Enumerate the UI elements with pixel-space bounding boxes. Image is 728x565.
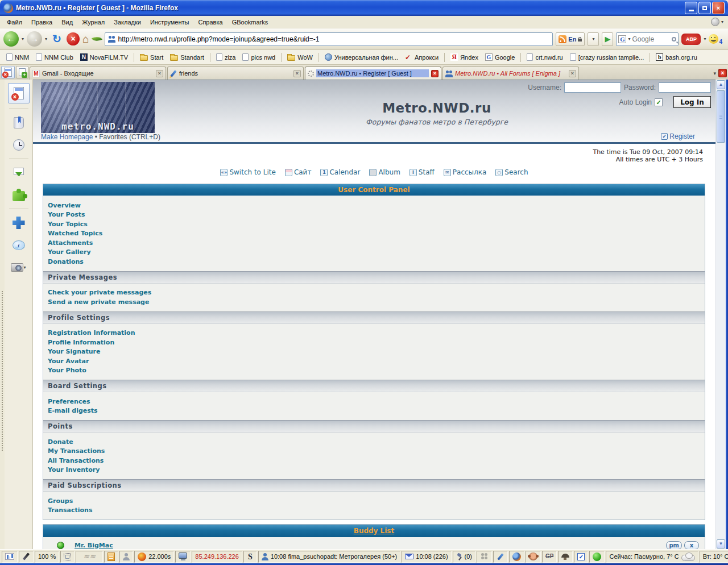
tab[interactable]: Gmail - Входящие× <box>30 67 166 80</box>
signature-icon[interactable] <box>76 551 103 563</box>
buddy-name[interactable]: Mr. BigMac <box>75 542 113 549</box>
ucp-link[interactable]: Profile Information <box>48 339 114 346</box>
bookmark-item[interactable]: Универсальная фин... <box>322 52 401 62</box>
greasemonkey-icon[interactable] <box>526 551 541 563</box>
scroll-down-icon[interactable]: ▼ <box>717 539 725 549</box>
resize-icon[interactable] <box>60 551 75 563</box>
home-button[interactable]: ⌂ <box>82 32 89 46</box>
username-field[interactable] <box>564 82 621 93</box>
bookmark-item[interactable]: bash.org.ru <box>653 52 700 62</box>
page-info-icon[interactable] <box>2 551 18 563</box>
zoom-level[interactable]: 100 % <box>35 551 59 563</box>
tab-close-icon[interactable]: × <box>293 70 301 77</box>
tab-close-icon[interactable]: × <box>156 70 163 77</box>
back-dropdown-icon[interactable]: ▾ <box>22 36 24 41</box>
go-button[interactable]: ▶ <box>602 32 613 46</box>
scroll-up-icon[interactable]: ▲ <box>717 80 725 89</box>
auto-login-checkbox[interactable]: ✓ <box>655 98 663 106</box>
menu-item[interactable]: Файл <box>2 17 27 27</box>
search-input[interactable] <box>632 35 670 43</box>
close-tab-button[interactable]: × <box>718 69 727 77</box>
pen-tool-icon[interactable] <box>19 551 34 563</box>
bookmark-item[interactable]: Start <box>137 53 166 62</box>
ucp-link[interactable]: All Transactions <box>48 457 104 464</box>
sidebar-tool[interactable] <box>8 136 30 153</box>
ucp-link[interactable]: Watched Topics <box>48 230 102 237</box>
ucp-link[interactable]: My Transactions <box>48 447 105 455</box>
ip-address[interactable]: 85.249.136.226 <box>192 551 242 563</box>
ucp-link[interactable]: E-mail digests <box>48 407 98 414</box>
forum-nav-link[interactable]: 1Calendar <box>320 168 360 176</box>
pm-button[interactable]: pm <box>666 541 682 550</box>
ucp-link[interactable]: Overview <box>48 202 81 209</box>
ucp-link[interactable]: Your Inventory <box>48 466 100 473</box>
remove-buddy-button[interactable]: x <box>684 541 699 550</box>
bookmark-item[interactable]: NovaFiLM.TV <box>77 52 131 62</box>
register-link[interactable]: Register <box>669 132 695 140</box>
sidebar-tool[interactable] <box>8 186 30 203</box>
forum-nav-link[interactable]: Album <box>369 168 400 176</box>
chevron-down-icon[interactable]: ▾ <box>23 265 26 270</box>
bookmark-item[interactable]: NNM <box>3 52 32 62</box>
sidebar-tool[interactable]: ▾ <box>8 259 30 276</box>
ucp-link[interactable]: Your Topics <box>48 221 88 228</box>
firefox-icon[interactable] <box>509 551 524 563</box>
sidebar-tool[interactable] <box>8 83 30 103</box>
bookmark-item[interactable]: Google <box>482 52 518 62</box>
status-ok-icon[interactable] <box>589 551 605 563</box>
clover-icon[interactable] <box>477 551 492 563</box>
tab-close-icon[interactable]: × <box>431 70 439 77</box>
back-button[interactable]: ← <box>3 31 19 47</box>
ucp-link[interactable]: Your Gallery <box>48 248 91 256</box>
forward-dropdown-icon[interactable]: ▾ <box>45 36 47 41</box>
adblock-icon[interactable]: ABP <box>681 34 701 45</box>
checkbox-icon[interactable] <box>574 551 588 563</box>
bookmark-item[interactable]: ziza <box>213 52 239 62</box>
adblock-dropdown-icon[interactable]: ▾ <box>704 36 706 41</box>
mail-status[interactable]: 10:08 (226) <box>402 551 451 563</box>
edit-icon[interactable] <box>493 551 508 563</box>
new-tab-button[interactable] <box>16 66 28 78</box>
bookmark-item[interactable]: Яndex <box>448 52 481 62</box>
menu-item[interactable]: Справка <box>193 17 227 27</box>
feed-language-button[interactable]: En <box>556 32 585 46</box>
scrollbar-thumb[interactable] <box>717 90 725 143</box>
url-bar[interactable]: http://metro.nwd.ru/profile.php?mode=joi… <box>105 32 553 46</box>
sidebar-tool[interactable] <box>8 214 30 231</box>
menu-extra-icon[interactable] <box>711 18 719 26</box>
site-logo[interactable]: metro.NWD.ru <box>41 82 155 133</box>
ucp-link[interactable]: Your Posts <box>48 211 85 218</box>
sidebar-splitter[interactable] <box>0 80 5 549</box>
sidebar-tool[interactable] <box>8 164 30 181</box>
ucp-link[interactable]: Check your private messages <box>48 289 151 296</box>
ucp-link[interactable]: Transactions <box>48 506 92 514</box>
maximize-button[interactable] <box>698 2 711 14</box>
menu-item[interactable]: Инструменты <box>146 17 194 27</box>
login-button[interactable]: Log In <box>673 96 711 108</box>
vertical-scrollbar[interactable]: ▲ ▼ <box>715 80 726 549</box>
ucp-link[interactable]: Your Avatar <box>48 358 89 365</box>
bookmark-item[interactable]: [crazy russian tamplie... <box>567 52 647 62</box>
minimize-button[interactable] <box>685 2 697 14</box>
session-manager-button[interactable] <box>1 66 15 78</box>
bookmark-item[interactable]: pics nwd <box>239 52 278 62</box>
menu-item[interactable]: Вид <box>57 17 77 27</box>
ucp-link[interactable]: Donations <box>48 258 84 265</box>
search-box[interactable]: G ▾ <box>616 32 679 46</box>
sidebar-tool[interactable] <box>8 114 30 131</box>
s-extension-icon[interactable] <box>243 551 257 563</box>
ucp-link[interactable]: Registration Information <box>48 329 135 336</box>
stop-button[interactable]: × <box>67 32 80 45</box>
load-timer[interactable]: 22.000s <box>134 551 174 563</box>
menu-item[interactable]: GBookmarks <box>228 17 273 27</box>
menu-item[interactable]: Закладки <box>109 17 146 27</box>
sidebar-tool[interactable] <box>8 236 30 254</box>
leaf-extension-icon[interactable] <box>91 35 102 43</box>
reload-button[interactable]: ↻ <box>50 32 64 47</box>
menu-item[interactable]: Журнал <box>77 17 109 27</box>
chat-status[interactable]: 10:08 fima_psuchopadt: Метрогалерея (50+… <box>258 551 400 563</box>
bookmark-item[interactable]: Апрокси <box>402 52 441 62</box>
gp-disabled-icon[interactable] <box>542 551 557 563</box>
computer-icon[interactable] <box>175 551 191 563</box>
forum-nav-link[interactable]: «»Switch to Lite <box>220 168 275 176</box>
